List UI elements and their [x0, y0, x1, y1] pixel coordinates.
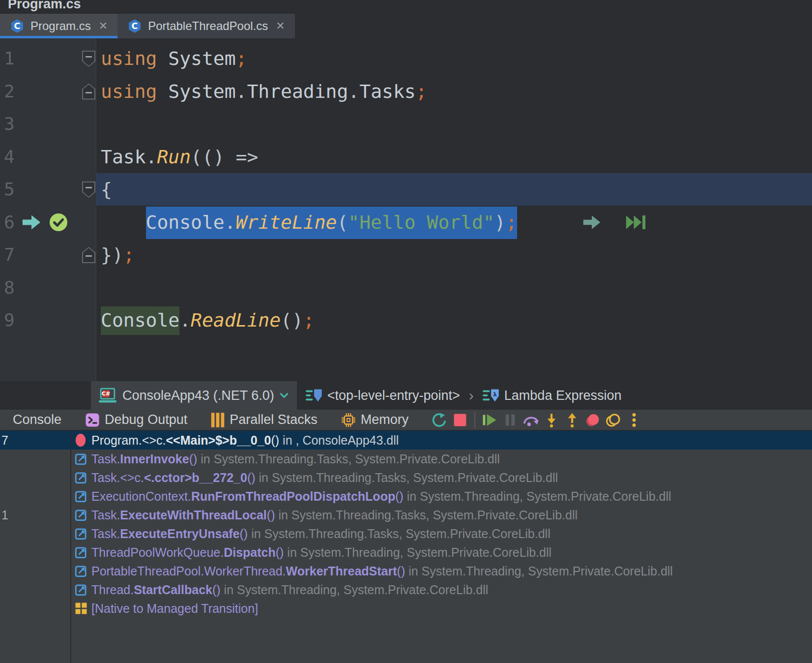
line-number: 1	[4, 42, 24, 75]
stop-button[interactable]	[450, 411, 470, 429]
debug-tab-memory[interactable]: Memory	[341, 412, 409, 427]
frame-namespace: Program.<>c.	[91, 433, 166, 447]
memory-icon	[341, 413, 356, 427]
stack-frame-text: Task.InnerInvoke() in System.Threading.T…	[91, 450, 500, 468]
breadcrumb-item[interactable]: <top-level-entry-point>	[306, 388, 460, 403]
bp-oval-icon	[75, 433, 87, 447]
code-token: .	[348, 81, 359, 102]
code-token: (() =>	[191, 146, 258, 168]
csharp-project-icon: C#	[99, 388, 116, 403]
debug-tab-parallel-stacks[interactable]: Parallel Stacks	[211, 412, 318, 427]
frame-method: ExecuteEntryUnsafe	[120, 527, 239, 541]
code-token: using	[101, 81, 157, 102]
frame-parens: ()	[247, 471, 259, 484]
editor-line: 5{	[0, 173, 812, 206]
code-editor[interactable]: 1using System;2using System.Threading.Ta…	[0, 38, 812, 381]
view-breakpoints-button[interactable]	[603, 411, 624, 429]
execution-line-highlight	[96, 173, 812, 206]
debug-tab-debug-output[interactable]: Debug Output	[85, 412, 187, 427]
line-number: 8	[4, 271, 24, 304]
debug-toolbar: ConsoleDebug OutputParallel StacksMemory	[0, 410, 812, 431]
code-text: {	[101, 173, 112, 206]
frame-namespace: Task.	[91, 527, 120, 541]
step-over-button[interactable]	[521, 411, 541, 429]
debug-tab-label: Parallel Stacks	[230, 412, 318, 427]
code-token: {	[101, 179, 112, 200]
editor-line: 2using System.Threading.Tasks;	[0, 75, 812, 108]
chevron-down-icon[interactable]	[279, 392, 289, 399]
call-stack-panel: Program.<>c.<<Main>$>b__0_0() in , Conso…	[0, 431, 812, 663]
code-token: System	[168, 48, 235, 69]
stack-frame-row[interactable]: Program.<>c.<<Main>$>b__0_0() in , Conso…	[0, 431, 812, 450]
step-into-button[interactable]	[541, 411, 562, 429]
stack-frame-row[interactable]: [Native to Managed Transition]	[0, 599, 812, 618]
frame-method: ExecuteWithThreadLocal	[120, 508, 266, 522]
code-token: Threading	[247, 81, 348, 102]
stack-frame-text: ThreadPoolWorkQueue.Dispatch() in System…	[91, 543, 551, 562]
code-token: (	[337, 211, 348, 233]
run-to-here-icon[interactable]	[582, 214, 601, 230]
frame-parens: ()	[271, 433, 283, 447]
debug-tab-console[interactable]: Console	[8, 412, 61, 427]
debug-controls	[429, 411, 644, 429]
close-icon[interactable]: ✕	[99, 20, 108, 32]
more-options-button[interactable]	[624, 411, 644, 429]
code-text: Console.ReadLine();	[101, 304, 315, 336]
code-token: System	[168, 81, 235, 102]
stack-frame-row[interactable]: ThreadPoolWorkQueue.Dispatch() in System…	[0, 543, 812, 562]
code-token: using	[101, 48, 157, 69]
step-out-button[interactable]	[562, 411, 582, 429]
code-token: Console	[146, 211, 225, 233]
debug-output-icon	[85, 413, 100, 427]
frames-gutter-number: 1	[1, 506, 16, 524]
fold-marker-icon[interactable]	[82, 51, 95, 67]
step-out-icon	[566, 413, 579, 427]
toolbar-divider	[474, 412, 475, 428]
stack-frame-row[interactable]: Task.InnerInvoke() in System.Threading.T…	[0, 450, 812, 468]
frame-parens: ()	[240, 527, 252, 541]
fold-marker-icon[interactable]	[82, 247, 95, 263]
editor-tab[interactable]: CPortableThreadPool.cs✕	[117, 14, 295, 38]
stack-frame-text: ExecutionContext.RunFromThreadPoolDispat…	[91, 487, 671, 506]
rerun-button[interactable]	[429, 411, 450, 429]
code-token: })	[101, 244, 123, 266]
step-over-icon	[523, 413, 539, 427]
stack-frame-row[interactable]: PortableThreadPool.WorkerThread.WorkerTh…	[0, 562, 812, 580]
native-icon	[75, 602, 87, 615]
pause-button[interactable]	[500, 411, 521, 429]
skip-to-here-icon[interactable]	[625, 213, 646, 231]
stack-frame-text: PortableThreadPool.WorkerThread.WorkerTh…	[91, 562, 673, 580]
code-token: ()	[281, 309, 303, 331]
editor-tab[interactable]: CProgram.cs✕	[0, 14, 117, 38]
frame-label: [Native to Managed Transition]	[91, 602, 258, 615]
usage-highlight: Console	[101, 306, 179, 335]
csharp-file-icon: C	[127, 18, 142, 34]
stack-frame-text: Program.<>c.<<Main>$>b__0_0() in , Conso…	[91, 431, 399, 450]
frame-method: <.cctor>b__272_0	[144, 471, 247, 484]
fold-marker-icon[interactable]	[82, 84, 95, 100]
stack-frame-row[interactable]: Task.<>c.<.cctor>b__272_0() in System.Th…	[0, 468, 812, 487]
code-token: )	[494, 211, 506, 233]
exec-arrow-icon[interactable]	[22, 214, 41, 231]
jump-icon	[75, 527, 87, 540]
frame-method: <<Main>$>b__0_0	[166, 433, 271, 447]
line-number: 4	[4, 141, 24, 173]
stack-frame-row[interactable]: Task.ExecuteWithThreadLocal() in System.…	[0, 506, 812, 524]
stack-frame-row[interactable]: Task.ExecuteEntryUnsafe() in System.Thre…	[0, 524, 812, 543]
code-token	[101, 211, 146, 233]
editor-tab-label: Program.cs	[30, 19, 91, 33]
breadcrumb-item[interactable]: λLambda Expression	[483, 388, 622, 403]
code-text: });	[101, 239, 135, 271]
stack-frame-row[interactable]: Thread.StartCallback() in System.Threadi…	[0, 580, 812, 599]
stack-frame-text: Task.<>c.<.cctor>b__272_0() in System.Th…	[91, 468, 558, 487]
fold-marker-icon[interactable]	[82, 181, 95, 198]
code-token: Run	[157, 146, 191, 168]
breadcrumb-project-label: ConsoleApp43 (.NET 6.0)	[122, 388, 274, 403]
jump-icon	[75, 490, 87, 503]
stack-frame-row[interactable]: ExecutionContext.RunFromThreadPoolDispat…	[0, 487, 812, 506]
close-icon[interactable]: ✕	[276, 20, 285, 32]
breadcrumb-project[interactable]: C#ConsoleApp43 (.NET 6.0)	[91, 381, 297, 410]
resume-button[interactable]	[479, 411, 500, 429]
line-number: 6	[4, 206, 24, 239]
mute-breakpoints-button[interactable]	[582, 411, 603, 429]
